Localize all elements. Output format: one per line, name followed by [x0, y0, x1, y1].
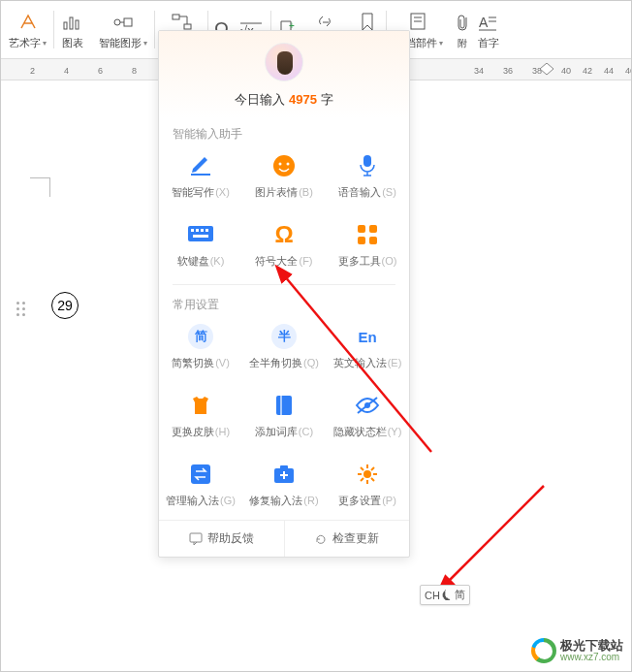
svg-point-20 [273, 155, 295, 176]
divider [173, 284, 395, 285]
watermark-logo [531, 638, 556, 663]
cell-more-tools[interactable]: 更多工具(O) [326, 211, 409, 280]
svg-text:+: + [289, 20, 295, 31]
svg-point-41 [363, 470, 371, 478]
cell-more-settings[interactable]: 更多设置(P) [326, 451, 409, 520]
svg-line-49 [371, 467, 374, 470]
svg-rect-33 [369, 237, 377, 244]
ime-panel: 今日输入 4975 字 智能输入助手 智能写作(X) 图片表情(B) 语音输入(… [158, 30, 410, 558]
en-icon: En [354, 323, 381, 350]
svg-rect-4 [124, 18, 132, 26]
panel-header: 今日输入 4975 字 [159, 31, 409, 118]
assistant-grid: 智能写作(X) 图片表情(B) 语音输入(S) 软键盘(K) Ω 符号大全(F)… [159, 143, 409, 280]
cell-symbols[interactable]: Ω 符号大全(F) [242, 211, 326, 280]
panel-footer: 帮助反馈 检查更新 [159, 520, 409, 557]
svg-rect-40 [280, 465, 288, 469]
cell-english-ime[interactable]: En 英文输入法(E) [326, 313, 409, 382]
book-icon [270, 392, 298, 419]
cell-skin[interactable]: 更换皮肤(H) [159, 382, 242, 451]
svg-rect-38 [191, 464, 210, 484]
watermark: 极光下载站 www.xz7.com [531, 638, 623, 663]
cell-manage-ime[interactable]: 管理输入法(G) [159, 451, 242, 520]
circled-number: 29 [51, 292, 79, 319]
section-title-assistant: 智能输入助手 [159, 118, 409, 143]
cell-smart-writing[interactable]: 智能写作(X) [159, 143, 242, 211]
feedback-button[interactable]: 帮助反馈 [159, 521, 285, 557]
ribbon-shouzi[interactable]: A 首字 [474, 1, 503, 58]
watermark-url: www.xz7.com [560, 653, 623, 663]
svg-rect-1 [70, 17, 73, 29]
svg-rect-0 [64, 22, 67, 29]
svg-rect-35 [280, 396, 282, 415]
ribbon-attachment[interactable]: 附 [451, 1, 474, 58]
cell-simplified-traditional[interactable]: 简 简繁切换(V) [159, 313, 242, 382]
svg-point-22 [287, 163, 290, 166]
today-count: 4975 [289, 92, 317, 107]
svg-rect-27 [201, 229, 204, 232]
cell-softkeyboard[interactable]: 软键盘(K) [159, 211, 242, 280]
ribbon-smart[interactable]: 智能图形▾ [91, 1, 155, 58]
svg-rect-6 [173, 15, 179, 19]
svg-rect-28 [205, 229, 208, 232]
paperclip-icon [455, 10, 470, 37]
chevron-down-icon: ▾ [43, 39, 47, 48]
svg-rect-7 [184, 24, 191, 29]
docpart-icon [409, 9, 428, 36]
svg-line-46 [361, 467, 363, 470]
ime-status-bar[interactable]: CH ⏾ 简 [420, 585, 470, 605]
page-corner [30, 177, 59, 207]
lang-jian: 简 [455, 588, 465, 602]
svg-rect-2 [76, 20, 79, 29]
keyboard-icon [187, 221, 214, 248]
cell-dictionary[interactable]: 添加词库(C) [242, 382, 326, 451]
svg-line-37 [358, 398, 377, 413]
refresh-icon [314, 532, 328, 546]
watermark-name: 极光下载站 [560, 639, 623, 653]
indent-marker[interactable] [540, 63, 553, 79]
section-title-settings: 常用设置 [159, 289, 409, 313]
moon-icon: ⏾ [442, 590, 453, 601]
svg-rect-32 [358, 237, 365, 244]
eye-slash-icon [354, 392, 381, 419]
svg-text:A: A [479, 15, 489, 30]
svg-line-47 [371, 478, 374, 481]
cell-voice[interactable]: 语音输入(S) [326, 143, 409, 211]
art-icon [17, 9, 39, 36]
tshirt-icon [187, 392, 214, 419]
chart-icon [62, 9, 83, 36]
cell-hide-statusbar[interactable]: 隐藏状态栏(Y) [326, 382, 409, 451]
chevron-down-icon: ▾ [143, 39, 147, 48]
svg-rect-30 [358, 225, 365, 233]
microphone-icon [354, 152, 381, 179]
svg-point-3 [114, 19, 120, 25]
grid-icon [354, 221, 381, 248]
cell-emoji[interactable]: 图片表情(B) [242, 143, 326, 211]
svg-rect-23 [363, 155, 371, 167]
svg-rect-50 [190, 533, 202, 542]
omega-icon: Ω [270, 221, 298, 248]
emoji-icon [270, 152, 298, 179]
medkit-icon [270, 461, 298, 488]
smartart-icon [111, 9, 135, 36]
lang-ch: CH [425, 590, 440, 601]
cell-repair-ime[interactable]: 修复输入法(R) [242, 451, 326, 520]
drag-dots[interactable] [16, 302, 25, 316]
dropcap-icon: A [479, 9, 498, 36]
svg-rect-34 [276, 396, 292, 415]
ribbon-art[interactable]: 艺术字▾ [1, 1, 54, 58]
svg-rect-29 [193, 235, 208, 238]
ban-icon: 半 [270, 323, 298, 350]
avatar[interactable] [265, 43, 303, 81]
update-button[interactable]: 检查更新 [285, 521, 410, 557]
cell-fullwidth[interactable]: 半 全半角切换(Q) [242, 313, 326, 382]
svg-marker-18 [540, 63, 553, 75]
ribbon-chart[interactable]: 图表 [54, 1, 91, 58]
svg-rect-24 [188, 226, 213, 241]
chat-icon [189, 532, 203, 546]
settings-grid: 简 简繁切换(V) 半 全半角切换(Q) En 英文输入法(E) 更换皮肤(H)… [159, 313, 409, 520]
svg-point-21 [279, 163, 282, 166]
svg-rect-26 [196, 229, 199, 232]
svg-line-48 [361, 478, 363, 481]
svg-rect-31 [369, 225, 377, 233]
jian-icon: 简 [187, 323, 214, 350]
